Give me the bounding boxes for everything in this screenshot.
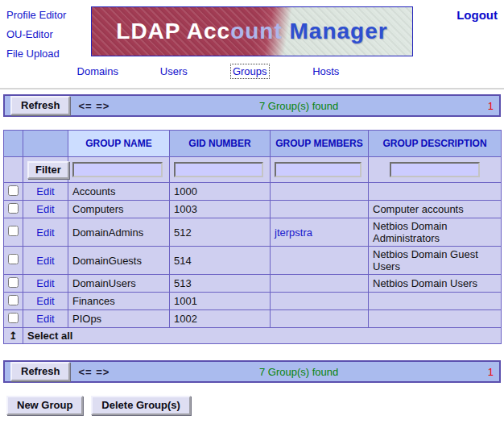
refresh-button-bottom[interactable]: Refresh [10, 362, 70, 381]
prev-page-link-bottom[interactable]: <= [78, 366, 92, 378]
filter-button[interactable]: Filter [27, 161, 69, 179]
table-row: EditDomainAdmins512jterpstraNetbios Doma… [4, 218, 502, 247]
action-buttons: New Group Delete Group(s) [6, 396, 504, 415]
row-select-cell [4, 310, 23, 328]
row-checkbox[interactable] [8, 277, 19, 288]
filter-input-gid-number[interactable] [174, 162, 263, 177]
group-description-cell [369, 183, 502, 201]
table-row: EditComputers1003Computer accounts [4, 201, 502, 218]
filter-input-group-name[interactable] [72, 162, 163, 177]
account-type-tabs: Domains Users Groups Hosts [60, 64, 364, 78]
group-description-cell: Netbios Domain Guest Users [369, 247, 502, 275]
column-header-group-description[interactable]: GROUP DESCRIPTION [369, 131, 502, 157]
table-row: EditDomainGuests514Netbios Domain Guest … [4, 247, 502, 275]
row-edit-cell: Edit [23, 310, 68, 328]
table-row: EditPIOps1002 [4, 310, 502, 328]
banner-text: LDAP Acc [116, 19, 230, 44]
group-table-body: EditAccounts1000EditComputers1003Compute… [4, 183, 502, 328]
group-description-cell [369, 293, 502, 310]
group-name-cell: DomainGuests [68, 247, 170, 275]
current-page-indicator: 1 [488, 100, 494, 112]
groups-table: GROUP NAME GID NUMBER GROUP MEMBERS GROU… [3, 130, 502, 344]
row-edit-cell: Edit [23, 218, 68, 247]
filter-input-group-description[interactable] [390, 162, 480, 177]
group-members-cell [271, 293, 369, 310]
edit-link[interactable]: Edit [36, 255, 54, 267]
group-description-cell: Netbios Domain Administrators [369, 218, 502, 247]
top-toolbar: Refresh <= => 7 Group(s) found 1 [3, 94, 501, 117]
row-checkbox[interactable] [8, 295, 19, 305]
bottom-toolbar: Refresh <= => 7 Group(s) found 1 [3, 360, 501, 383]
row-checkbox[interactable] [8, 185, 19, 196]
row-select-cell [4, 275, 23, 293]
group-name-cell: DomainAdmins [68, 218, 170, 247]
edit-link[interactable]: Edit [36, 295, 54, 307]
lam-logo-banner: LDAP Account Manager [91, 6, 413, 56]
gid-number-cell: 513 [170, 275, 271, 293]
new-group-button[interactable]: New Group [6, 396, 83, 415]
column-header-gid-number[interactable]: GID NUMBER [170, 131, 271, 157]
row-checkbox[interactable] [8, 203, 19, 214]
edit-link[interactable]: Edit [36, 277, 54, 289]
edit-link[interactable]: Edit [36, 313, 54, 325]
tab-domains[interactable]: Domains [76, 64, 120, 78]
edit-link[interactable]: Edit [36, 185, 54, 197]
row-select-cell [4, 293, 23, 310]
group-name-cell: PIOps [68, 310, 170, 328]
row-select-cell [4, 247, 23, 275]
gid-number-cell: 514 [170, 247, 271, 275]
page-nav-arrows-bottom: <= => [78, 366, 109, 378]
prev-page-link[interactable]: <= [78, 100, 92, 112]
delete-groups-button[interactable]: Delete Group(s) [91, 396, 191, 415]
edit-link[interactable]: Edit [36, 203, 54, 215]
table-row: EditFinances1001 [4, 293, 502, 310]
select-all-arrow-icon[interactable]: ↥ [9, 330, 18, 342]
tab-groups[interactable]: Groups [231, 64, 269, 78]
tab-hosts[interactable]: Hosts [311, 64, 341, 78]
group-name-cell: Computers [68, 201, 170, 218]
table-row: EditDomainUsers513Netbios Domain Users [4, 275, 502, 293]
row-checkbox[interactable] [8, 254, 19, 264]
select-all-row: ↥ Select all [4, 328, 502, 344]
ou-editor-link[interactable]: OU-Editor [6, 28, 66, 40]
group-description-cell: Computer accounts [369, 201, 502, 218]
logout-link[interactable]: Logout [456, 8, 498, 22]
refresh-button-top[interactable]: Refresh [10, 96, 70, 115]
group-members-cell [271, 275, 369, 293]
row-checkbox[interactable] [8, 226, 19, 236]
header-edit-col [23, 131, 68, 157]
gid-number-cell: 1001 [170, 293, 271, 310]
header-checkbox-col [4, 131, 23, 157]
select-all-label[interactable]: Select all [23, 328, 502, 344]
group-members-cell: jterpstra [271, 218, 369, 247]
group-members-cell [271, 201, 369, 218]
table-header-row: GROUP NAME GID NUMBER GROUP MEMBERS GROU… [4, 131, 502, 157]
column-header-group-name[interactable]: GROUP NAME [68, 131, 170, 157]
row-edit-cell: Edit [23, 201, 68, 218]
row-select-cell [4, 201, 23, 218]
current-page-indicator-bottom: 1 [488, 366, 494, 378]
gid-number-cell: 1003 [170, 201, 271, 218]
next-page-link-bottom[interactable]: => [96, 366, 109, 378]
row-checkbox[interactable] [8, 313, 19, 323]
profile-editor-link[interactable]: Profile Editor [6, 9, 66, 21]
group-name-cell: Finances [68, 293, 170, 310]
tools-menu: Profile Editor OU-Editor File Upload [6, 9, 66, 60]
row-select-cell [4, 218, 23, 247]
row-edit-cell: Edit [23, 293, 68, 310]
filter-input-group-members[interactable] [275, 162, 361, 177]
group-description-cell [369, 310, 502, 328]
file-upload-link[interactable]: File Upload [6, 48, 66, 60]
next-page-link[interactable]: => [96, 100, 109, 112]
tab-users[interactable]: Users [159, 64, 189, 78]
row-select-cell [4, 183, 23, 201]
row-edit-cell: Edit [23, 183, 68, 201]
member-link[interactable]: jterpstra [275, 226, 312, 239]
group-members-cell [271, 183, 369, 201]
column-header-group-members[interactable]: GROUP MEMBERS [271, 131, 369, 157]
edit-link[interactable]: Edit [36, 226, 54, 239]
page-header: Profile Editor OU-Editor File Upload LDA… [0, 0, 504, 61]
header-divider [0, 88, 504, 89]
table-row: EditAccounts1000 [4, 183, 502, 201]
row-edit-cell: Edit [23, 247, 68, 275]
